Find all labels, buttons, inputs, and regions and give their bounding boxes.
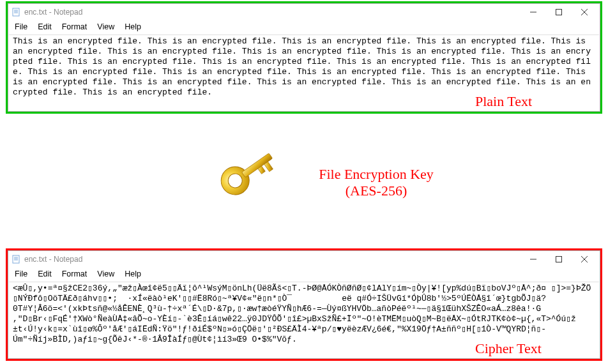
gold-key-icon <box>217 147 294 224</box>
menu-help[interactable]: Help <box>121 269 145 279</box>
label-key-line1: File Encryption Key <box>319 166 434 182</box>
menu-edit[interactable]: Edit <box>34 22 56 32</box>
window-controls <box>521 252 597 267</box>
notepad-icon <box>12 255 21 264</box>
notepad-icon <box>12 8 21 17</box>
svg-rect-0 <box>13 8 19 16</box>
svg-rect-12 <box>264 162 273 171</box>
label-encryption-key: File Encryption Key (AES-256) <box>309 166 443 199</box>
svg-rect-19 <box>556 257 562 262</box>
label-key-line2: (AES-256) <box>346 183 407 199</box>
maximize-button[interactable] <box>546 4 572 20</box>
menu-view[interactable]: View <box>93 22 118 32</box>
menu-format[interactable]: Format <box>58 22 91 32</box>
text-area-plain[interactable]: This is an encrypted file. This is an en… <box>9 34 599 110</box>
menu-format[interactable]: Format <box>58 269 91 279</box>
window-title: enc.txt - Notepad <box>24 255 82 264</box>
menu-bar: File Edit Format View Help <box>8 20 600 33</box>
close-button[interactable] <box>572 4 597 20</box>
notepad-window-plain: enc.txt - Notepad File Edit Format View … <box>8 3 600 112</box>
title-bar: enc.txt - Notepad <box>8 4 600 20</box>
minimize-button[interactable] <box>521 4 546 20</box>
title-bar: enc.txt - Notepad <box>8 251 600 268</box>
menu-edit[interactable]: Edit <box>34 269 56 279</box>
menu-bar: File Edit Format View Help <box>8 268 600 280</box>
svg-rect-14 <box>13 255 19 263</box>
window-title: enc.txt - Notepad <box>24 8 82 17</box>
text-area-cipher[interactable]: <æÛ▯,y•=ª¤§žCE2▯36ý,„"æž▯Àœî¢ë5▯▯Äï¦ô^¹W… <box>9 282 599 358</box>
notepad-window-cipher: enc.txt - Notepad File Edit Format View … <box>8 250 600 359</box>
close-button[interactable] <box>572 252 597 267</box>
maximize-button[interactable] <box>546 252 572 267</box>
menu-file[interactable]: File <box>11 269 31 279</box>
menu-view[interactable]: View <box>93 269 118 279</box>
menu-help[interactable]: Help <box>121 22 145 32</box>
menu-file[interactable]: File <box>11 22 31 32</box>
minimize-button[interactable] <box>521 252 546 267</box>
window-controls <box>521 4 597 20</box>
svg-rect-5 <box>556 10 562 15</box>
